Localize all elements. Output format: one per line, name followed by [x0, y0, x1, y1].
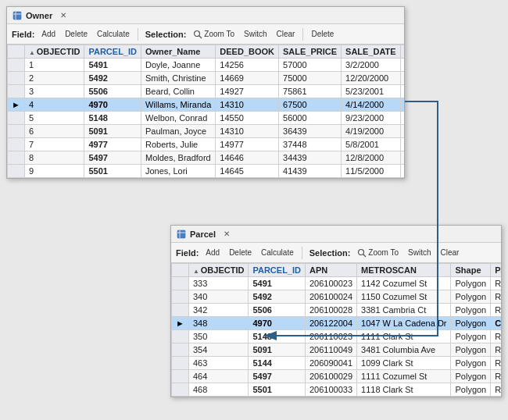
zoom-icon: [193, 30, 202, 39]
parcel-table-row[interactable]: 340 5492 206100024 1150 Cozumel St Polyg…: [172, 290, 502, 304]
cell-account: 00588954: [400, 59, 404, 72]
cell-objectid: 9: [24, 165, 84, 178]
cell-parceltype: Residential: [491, 290, 501, 304]
owner-close-button[interactable]: ✕: [59, 11, 68, 20]
owner-table-row[interactable]: 6 5091 Paulman, Joyce 14310 36439 4/19/2…: [8, 125, 405, 138]
cell-metroscan: 1142 Cozumel St: [357, 277, 451, 290]
parcel-close-button[interactable]: ✕: [222, 230, 231, 238]
parcel-table-row[interactable]: 468 5501 206100033 1118 Clark St Polygon…: [172, 383, 502, 397]
cell-ownername: Beard, Collin: [141, 85, 215, 98]
cell-metroscan: 3381 Cambria Ct: [357, 304, 451, 317]
parcel-switch-button[interactable]: Switch: [404, 247, 435, 258]
cell-saleprice: 75000: [279, 72, 342, 85]
owner-table-row[interactable]: 1 5491 Doyle, Joanne 14256 57000 3/2/200…: [8, 59, 405, 72]
cell-parceltype: Commercial: [491, 317, 501, 330]
row-indicator: [8, 85, 25, 98]
cell-account: 00593273: [400, 98, 404, 112]
parcel-table-row[interactable]: 333 5491 206100023 1142 Cozumel St Polyg…: [172, 277, 502, 290]
cell-objectid: 1: [24, 59, 84, 72]
owner-table-row[interactable]: 2 5492 Smith, Christine 14669 75000 12/2…: [8, 72, 405, 85]
parcel-delete-button[interactable]: Delete: [225, 247, 256, 258]
owner-delete-button[interactable]: Delete: [61, 28, 91, 40]
owner-switch-button[interactable]: Switch: [240, 28, 270, 40]
parcel-col-apn[interactable]: APN: [305, 264, 356, 277]
owner-zoom-to-button[interactable]: Zoom To: [189, 28, 238, 41]
owner-col-parcelid[interactable]: PARCEL_ID: [84, 45, 141, 59]
row-indicator: [8, 59, 25, 72]
svg-rect-5: [177, 230, 185, 238]
cell-metroscan: 3481 Columbia Ave: [357, 343, 451, 357]
owner-table-row[interactable]: 7 4977 Roberts, Julie 14977 37448 5/8/20…: [8, 138, 405, 151]
cell-parcelid: 5091: [84, 125, 141, 138]
cell-objectid: 5: [24, 112, 84, 125]
parcel-col-parceltype[interactable]: Parcel_type: [491, 264, 501, 277]
cell-shape: Polygon: [451, 330, 491, 343]
cell-objectid: 342: [188, 304, 249, 317]
owner-col-deedbook[interactable]: DEED_BOOK: [216, 45, 279, 59]
cell-saleprice: 34439: [279, 151, 342, 165]
row-indicator: [172, 290, 189, 304]
cell-objectid: 6: [24, 125, 84, 138]
parcel-title-label: Parcel: [190, 230, 216, 239]
row-indicator: [172, 277, 189, 290]
owner-col-saledate[interactable]: SALE_DATE: [342, 45, 401, 59]
parcel-table-row[interactable]: 350 5148 206110023 1111 Clark St Polygon…: [172, 330, 502, 343]
cell-metroscan: 1099 Clark St: [357, 357, 451, 370]
cell-objectid: 468: [188, 383, 249, 397]
cell-deedbook: 14256: [216, 59, 279, 72]
owner-table-row[interactable]: 3 5506 Beard, Collin 14927 75861 5/23/20…: [8, 85, 405, 98]
cell-objectid: 4: [24, 98, 84, 112]
row-indicator: [8, 138, 25, 151]
cell-parcelid: 5091: [249, 343, 306, 357]
owner-table-row[interactable]: 9 5501 Jones, Lori 14645 41439 11/5/2000…: [8, 165, 405, 178]
row-indicator: [172, 357, 189, 370]
owner-table-row[interactable]: ► 4 4970 Willams, Miranda 14310 67500 4/…: [8, 98, 405, 112]
cell-shape: Polygon: [451, 317, 491, 330]
cell-saleprice: 36439: [279, 125, 342, 138]
cell-apn: 206100033: [305, 383, 356, 397]
cell-shape: Polygon: [451, 357, 491, 370]
row-indicator: [172, 370, 189, 383]
parcel-table-row[interactable]: ► 348 4970 206122004 1047 W La Cadena Dr…: [172, 317, 502, 330]
cell-account: 00598119: [400, 112, 404, 125]
cell-saledate: 12/8/2000: [342, 151, 401, 165]
cell-apn: 206090041: [305, 357, 356, 370]
owner-delete2-button[interactable]: Delete: [307, 28, 338, 40]
owner-add-button[interactable]: Add: [38, 28, 59, 40]
parcel-zoom-to-button[interactable]: Zoom To: [353, 247, 402, 259]
parcel-clear-button[interactable]: Clear: [437, 247, 463, 258]
cell-apn: 206110023: [305, 330, 356, 343]
row-indicator: [8, 125, 25, 138]
cell-objectid: 464: [188, 370, 249, 383]
parcel-table-row[interactable]: 464 5497 206100029 1111 Cozumel St Polyg…: [172, 370, 502, 383]
owner-col-objectid[interactable]: OBJECTID: [24, 45, 84, 59]
cell-saleprice: 75861: [279, 85, 342, 98]
owner-col-saleprice[interactable]: SALE_PRICE: [279, 45, 342, 59]
row-indicator: [8, 72, 25, 85]
cell-account: 00591963: [400, 72, 404, 85]
parcel-table-row[interactable]: 354 5091 206110049 3481 Columbia Ave Pol…: [172, 343, 502, 357]
owner-calculate-button[interactable]: Calculate: [93, 28, 134, 40]
owner-table-row[interactable]: 5 5148 Welbon, Conrad 14550 56000 9/23/2…: [8, 112, 405, 125]
parcel-table-row[interactable]: 463 5144 206090041 1099 Clark St Polygon…: [172, 357, 502, 370]
cell-saledate: 9/23/2000: [342, 112, 401, 125]
parcel-table-icon: [176, 229, 187, 240]
owner-clear-button[interactable]: Clear: [273, 28, 299, 40]
owner-col-account[interactable]: ACCOUNT: [400, 45, 404, 59]
owner-col-ownername[interactable]: Owner_Name: [141, 45, 215, 59]
owner-table-row[interactable]: 8 5497 Moldes, Bradford 14646 34439 12/8…: [8, 151, 405, 165]
owner-table-container: OBJECTID PARCEL_ID Owner_Name DEED_BOOK …: [7, 44, 404, 178]
parcel-add-button[interactable]: Add: [202, 247, 224, 258]
parcel-calculate-button[interactable]: Calculate: [257, 247, 298, 258]
parcel-table-row[interactable]: 342 5506 206100028 3381 Cambria Ct Polyg…: [172, 304, 502, 317]
parcel-col-objectid[interactable]: OBJECTID: [188, 264, 249, 277]
cell-objectid: 348: [188, 317, 249, 330]
parcel-col-parcelid[interactable]: PARCEL_ID: [249, 264, 306, 277]
row-indicator: [8, 112, 25, 125]
cell-apn: 206100024: [305, 290, 356, 304]
cell-parcelid: 5497: [249, 370, 306, 383]
row-indicator: [172, 330, 189, 343]
cell-parceltype: Residential: [491, 277, 501, 290]
parcel-col-metroscan[interactable]: METROSCAN: [357, 264, 451, 277]
parcel-col-shape[interactable]: Shape: [451, 264, 491, 277]
